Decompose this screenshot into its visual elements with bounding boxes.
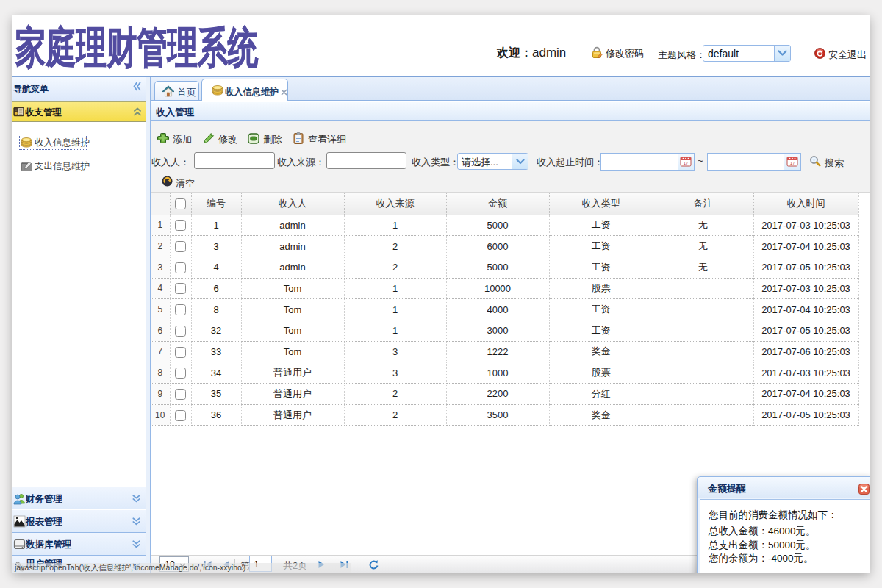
svg-text:17: 17 — [790, 161, 795, 165]
svg-text:17: 17 — [684, 161, 689, 165]
